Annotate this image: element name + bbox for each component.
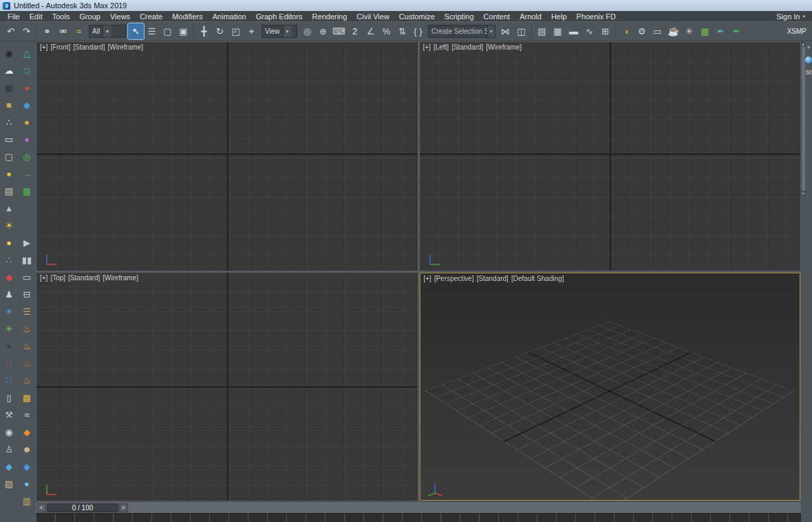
toggle-ribbon-icon[interactable]: ▬: [566, 23, 581, 39]
select-tool-icon[interactable]: ◉: [1, 45, 17, 61]
percent-snap-icon[interactable]: %: [378, 23, 394, 39]
viewport-label-segment[interactable]: [Standard]: [73, 43, 105, 51]
window-crossing-icon[interactable]: ▣: [175, 23, 191, 39]
document-icon[interactable]: ▯: [1, 390, 17, 405]
viewport-label-segment[interactable]: [Standard]: [451, 43, 483, 51]
schematic-view-icon[interactable]: ⊞: [597, 23, 613, 39]
pause-icon[interactable]: ▮▮: [19, 252, 34, 267]
menu-item[interactable]: Tools: [47, 12, 75, 21]
sign-in-button[interactable]: Sign In ▾: [760, 12, 812, 21]
list-icon[interactable]: ☰: [19, 304, 34, 319]
mirror-icon[interactable]: ⋈: [498, 23, 513, 39]
unlink-selection-icon[interactable]: ⚮: [55, 23, 71, 39]
spinner-snap-icon[interactable]: ⇅: [394, 23, 410, 39]
menu-item[interactable]: Animation: [208, 12, 251, 21]
plane-icon[interactable]: ▭: [1, 132, 17, 147]
frame-icon[interactable]: ▭: [19, 269, 34, 284]
flame-icon[interactable]: ♨: [19, 321, 34, 336]
image-icon[interactable]: ▦: [1, 80, 17, 95]
wave-icon[interactable]: ≈: [19, 407, 34, 422]
menu-item[interactable]: Create: [135, 12, 167, 21]
track-bar[interactable]: [36, 513, 801, 522]
pyramid-teal-icon[interactable]: △: [19, 45, 34, 61]
viewport-label-segment[interactable]: [Wireframe]: [486, 43, 522, 51]
box-icon[interactable]: ▧: [1, 476, 17, 491]
mask-icon[interactable]: ☻: [19, 441, 34, 457]
bind-to-space-warp-icon[interactable]: ≈: [71, 23, 87, 39]
gradient-swatch-icon[interactable]: ■: [1, 97, 17, 112]
drop-orange-icon[interactable]: ◆: [19, 424, 34, 439]
edit-named-selection-sets-icon[interactable]: { }: [410, 23, 426, 39]
dots-blue-icon[interactable]: ∷: [1, 373, 17, 388]
figure-icon[interactable]: ♙: [1, 441, 17, 457]
scatter-dots-icon[interactable]: ∴: [1, 252, 17, 267]
material-editor-icon[interactable]: ◑: [618, 23, 634, 39]
gear-flower-icon[interactable]: ✳: [1, 304, 17, 319]
sun-icon[interactable]: ☀: [1, 218, 17, 233]
viewport-perspective-canvas[interactable]: [420, 273, 800, 501]
flame-icon-3[interactable]: ♨: [19, 355, 34, 370]
select-and-manipulate-icon[interactable]: ⊕: [315, 23, 331, 39]
sphere-blue-icon[interactable]: ●: [19, 476, 34, 491]
menu-item[interactable]: Help: [546, 12, 572, 21]
arrow-green-icon[interactable]: →: [19, 166, 34, 181]
viewport-label-segment[interactable]: [+]: [423, 43, 431, 51]
selection-filter-dropdown[interactable]: All ▾: [89, 25, 126, 38]
menu-item[interactable]: Group: [74, 12, 105, 21]
viewport-label-segment[interactable]: [Front]: [50, 43, 70, 51]
time-slider-thumb[interactable]: 0 / 100: [47, 503, 118, 512]
select-and-rotate-icon[interactable]: ↻: [212, 23, 228, 39]
menu-item[interactable]: Modifiers: [167, 12, 208, 21]
toggle-layer-explorer-icon[interactable]: ▦: [550, 23, 566, 39]
biped-icon[interactable]: ♟: [1, 286, 17, 302]
rendered-frame-window-icon[interactable]: ▭: [650, 23, 665, 39]
select-and-place-icon[interactable]: ⌖: [244, 23, 259, 39]
viewport-label-segment[interactable]: [+]: [424, 275, 431, 282]
select-object-icon[interactable]: ↖: [128, 23, 144, 39]
snaps-toggle-2d-icon[interactable]: 2: [347, 23, 363, 39]
state-sets-icon[interactable]: ▦: [697, 23, 713, 39]
select-and-scale-icon[interactable]: ◰: [228, 23, 244, 39]
menu-item[interactable]: Phoenix FD: [572, 12, 621, 21]
wire-sphere-green-icon[interactable]: ◎: [19, 149, 34, 164]
menu-item[interactable]: Edit: [25, 12, 47, 21]
select-by-name-icon[interactable]: ☰: [144, 23, 160, 39]
menu-item[interactable]: Content: [479, 12, 515, 21]
scroll-up-icon[interactable]: ▲: [802, 41, 805, 47]
viewport-label-segment[interactable]: [Wireframe]: [107, 43, 143, 51]
keyboard-shortcut-override-icon[interactable]: ⌨: [331, 23, 347, 39]
color-dots-icon[interactable]: ∷: [1, 355, 17, 370]
viewport-label-segment[interactable]: [Top]: [50, 274, 65, 282]
create-panel-tab[interactable]: +: [806, 44, 810, 51]
menu-item[interactable]: Rendering: [308, 12, 352, 21]
cone-icon[interactable]: ▲: [1, 200, 17, 216]
previous-frame-button[interactable]: <: [37, 503, 46, 512]
gear-sparkle-icon[interactable]: ✳: [681, 23, 697, 39]
render-setup-icon[interactable]: ⚙: [634, 23, 650, 39]
sphere-orange-icon[interactable]: ●: [19, 114, 34, 129]
align-icon[interactable]: ◫: [513, 23, 529, 39]
ball-yellow-icon[interactable]: ●: [1, 235, 17, 250]
menu-item[interactable]: Arnold: [515, 12, 546, 21]
viewport-label-segment[interactable]: [Wireframe]: [103, 274, 138, 282]
scroll-down-icon[interactable]: ▼: [802, 191, 805, 196]
flame-icon-4[interactable]: ♨: [19, 373, 34, 388]
sphere-purple-icon[interactable]: ●: [19, 132, 34, 147]
trash-icon[interactable]: ⊟: [19, 286, 34, 302]
menu-item[interactable]: Customize: [394, 12, 440, 21]
select-and-link-icon[interactable]: ⚭: [39, 23, 55, 39]
drop-blue-icon[interactable]: ◆: [19, 459, 34, 474]
play-icon[interactable]: ▶: [19, 235, 34, 250]
leaves-icon[interactable]: ✳: [1, 321, 17, 336]
menu-item[interactable]: Scripting: [440, 12, 479, 21]
viewport-label-segment[interactable]: [Standard]: [477, 275, 509, 282]
redo-icon[interactable]: ↷: [19, 23, 34, 39]
sphere-red-icon[interactable]: ●: [19, 80, 34, 95]
viewport-label-segment[interactable]: [Default Shading]: [511, 275, 564, 282]
cube-teal-icon[interactable]: □: [19, 63, 34, 78]
time-slider-track[interactable]: [128, 503, 800, 512]
sphere-yellow-icon[interactable]: ●: [1, 166, 17, 181]
use-pivot-point-center-icon[interactable]: ◎: [299, 23, 315, 39]
select-and-move-icon[interactable]: ╋: [196, 23, 212, 39]
scrollbar-thumb[interactable]: [802, 47, 805, 191]
